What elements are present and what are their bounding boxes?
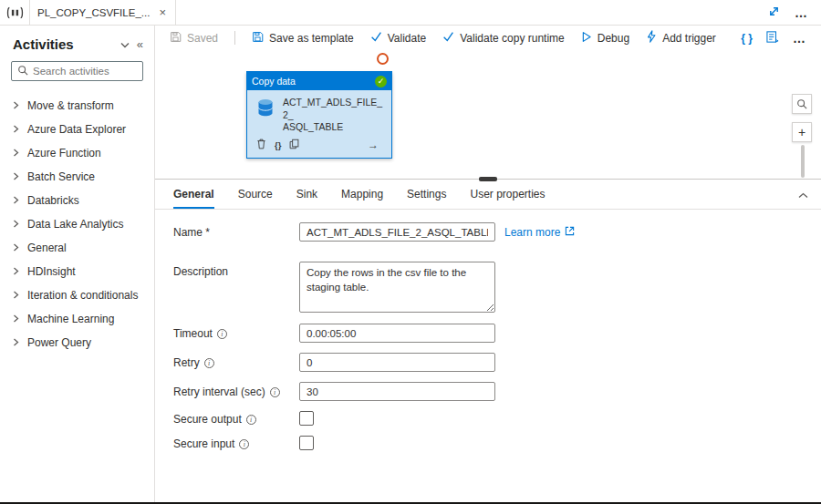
info-icon: i <box>217 329 227 339</box>
tab-general[interactable]: General <box>173 180 214 209</box>
sidebar-item-general[interactable]: General <box>0 236 154 260</box>
retry-interval-field[interactable] <box>299 382 495 401</box>
tab-pipeline[interactable]: PL_COPY_CSVFILE_... × <box>29 0 176 25</box>
tab-bar: PL_COPY_CSVFILE_... × … <box>0 0 821 26</box>
timeout-label: Timeout i <box>173 324 299 340</box>
canvas-scrollbar[interactable] <box>801 145 805 178</box>
tab-sink[interactable]: Sink <box>296 180 317 209</box>
description-label: Description <box>173 262 299 278</box>
tab-user-properties[interactable]: User properties <box>470 180 545 209</box>
properties-tabs: General Source Sink Mapping Settings Use… <box>155 180 821 210</box>
chevron-right-icon <box>13 170 19 183</box>
sidebar-item-azure-data-explorer[interactable]: Azure Data Explorer <box>0 118 154 141</box>
activity-node-header: Copy data ✓ <box>247 72 391 90</box>
toolbar-divider <box>234 31 235 45</box>
info-icon: i <box>204 358 214 368</box>
chevron-right-icon <box>13 289 19 302</box>
sidebar-item-power-query[interactable]: Power Query <box>0 331 154 355</box>
pipeline-canvas[interactable]: Copy data ✓ ACT_MT_ADLS_FILE_2_ ASQL_TAB… <box>155 50 821 179</box>
activity-node-body: ACT_MT_ADLS_FILE_2_ ASQL_TABLE <box>247 90 391 136</box>
activity-name-label: ACT_MT_ADLS_FILE_2_ ASQL_TABLE <box>283 97 386 134</box>
chevron-right-icon <box>13 194 19 207</box>
validate-copy-runtime-button[interactable]: Validate copy runtime <box>442 31 565 45</box>
tab-label: PL_COPY_CSVFILE_... <box>37 7 150 18</box>
activity-node-actions: {} → <box>247 136 391 158</box>
external-link-icon <box>565 226 575 239</box>
tab-source[interactable]: Source <box>238 180 273 209</box>
name-field[interactable] <box>299 222 495 242</box>
toolbar-more-icon[interactable]: … <box>793 31 806 46</box>
tab-mapping[interactable]: Mapping <box>341 180 383 209</box>
sidebar-item-machine-learning[interactable]: Machine Learning <box>0 307 154 331</box>
delete-icon[interactable] <box>256 139 266 152</box>
timeout-field[interactable] <box>299 324 495 343</box>
chevron-right-icon <box>13 313 19 325</box>
output-port-arrow-icon[interactable]: → <box>368 139 379 151</box>
save-as-template-button[interactable]: Save as template <box>252 31 354 46</box>
database-icon <box>255 97 276 121</box>
search-icon <box>17 65 28 78</box>
chevron-right-icon <box>13 336 19 349</box>
validate-button[interactable]: Validate <box>370 31 426 45</box>
chevron-up-icon[interactable] <box>798 189 808 201</box>
info-icon: i <box>239 439 249 449</box>
chevron-right-icon <box>13 265 19 278</box>
secure-output-label: Secure output i <box>173 409 299 426</box>
search-input[interactable] <box>33 66 137 77</box>
saved-button: Saved <box>170 31 218 46</box>
sidebar-item-batch-service[interactable]: Batch Service <box>0 165 154 189</box>
canvas-zoom-button[interactable] <box>792 94 812 114</box>
chevron-right-icon <box>13 99 19 112</box>
sidebar-title: Activities <box>13 36 74 52</box>
general-form: Name * Learn more Description Copy the r… <box>155 210 821 450</box>
sidebar-item-move-transform[interactable]: Move & transform <box>0 94 154 118</box>
code-icon[interactable]: {} <box>275 140 281 150</box>
secure-input-label: Secure input i <box>173 434 299 450</box>
chevron-down-icon[interactable] <box>120 38 130 51</box>
expand-icon[interactable] <box>768 5 780 20</box>
properties-icon[interactable] <box>766 31 779 46</box>
copy-data-activity-node[interactable]: Copy data ✓ ACT_MT_ADLS_FILE_2_ ASQL_TAB… <box>246 71 392 159</box>
sidebar-item-data-lake-analytics[interactable]: Data Lake Analytics <box>0 212 154 236</box>
retry-label: Retry i <box>173 353 299 369</box>
save-template-icon <box>252 31 264 46</box>
code-view-icon[interactable]: { } <box>741 32 753 45</box>
validation-ring-icon <box>377 53 389 65</box>
checkmark-icon <box>370 31 382 45</box>
activities-sidebar: Activities « Move & transform <box>0 26 155 504</box>
sidebar-item-azure-function[interactable]: Azure Function <box>0 141 154 165</box>
canvas-zoom-in-button[interactable]: + <box>792 122 812 142</box>
checkmark-icon <box>442 31 454 45</box>
secure-input-checkbox[interactable] <box>299 436 314 450</box>
activities-search <box>11 61 143 81</box>
chevron-right-icon <box>13 242 19 254</box>
learn-more-link[interactable]: Learn more <box>504 222 575 239</box>
sidebar-item-hdinsight[interactable]: HDInsight <box>0 260 154 283</box>
tabbar-right-controls: … <box>768 0 821 25</box>
add-trigger-button[interactable]: Add trigger <box>646 30 716 46</box>
trigger-icon <box>646 30 657 46</box>
pipeline-icon <box>0 0 29 25</box>
collapse-sidebar-icon[interactable]: « <box>137 37 143 51</box>
chevron-right-icon <box>13 218 19 231</box>
chevron-right-icon <box>13 147 19 159</box>
play-icon <box>581 31 592 46</box>
retry-interval-label: Retry interval (sec) i <box>173 382 299 398</box>
sidebar-item-databricks[interactable]: Databricks <box>0 189 154 212</box>
debug-button[interactable]: Debug <box>581 31 629 46</box>
save-icon <box>170 31 182 46</box>
description-field[interactable]: Copy the rows in the csv file to the sta… <box>299 262 495 313</box>
sidebar-item-iteration-conditionals[interactable]: Iteration & conditionals <box>0 283 154 307</box>
success-check-icon: ✓ <box>375 76 387 87</box>
app-window: PL_COPY_CSVFILE_... × … Activities « <box>0 0 821 504</box>
chevron-right-icon <box>13 123 19 136</box>
tab-settings[interactable]: Settings <box>407 180 446 209</box>
clone-icon[interactable] <box>289 139 299 152</box>
retry-field[interactable] <box>299 353 495 372</box>
secure-output-checkbox[interactable] <box>299 411 314 426</box>
name-label: Name * <box>173 222 299 239</box>
window-more-icon[interactable]: … <box>795 5 808 20</box>
close-icon[interactable]: × <box>159 6 166 18</box>
pipeline-toolbar: Saved Save as template Validate Validate… <box>155 26 821 50</box>
sidebar-header: Activities « <box>0 35 154 61</box>
